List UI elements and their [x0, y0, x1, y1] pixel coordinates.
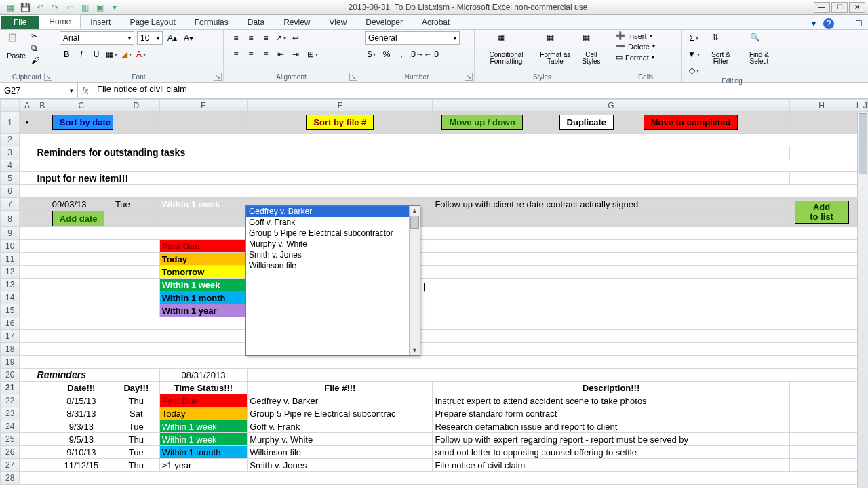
- qat-custom-3-icon[interactable]: ▣: [94, 1, 106, 14]
- row-header[interactable]: 26: [1, 446, 20, 459]
- align-left-icon[interactable]: ≡: [229, 47, 243, 61]
- cell-file[interactable]: Group 5 Pipe re Electrical subcontrac: [248, 407, 433, 420]
- cell-status[interactable]: >1 year: [159, 459, 248, 472]
- decrease-decimal-icon[interactable]: ←.0: [425, 47, 438, 61]
- decrease-indent-icon[interactable]: ⇤: [274, 47, 288, 61]
- close-button[interactable]: ✕: [849, 2, 865, 13]
- tab-acrobat[interactable]: Acrobat: [412, 16, 459, 29]
- copy-icon[interactable]: ⧉: [31, 43, 39, 53]
- cell-status[interactable]: Within 1 week: [159, 420, 248, 433]
- tab-data[interactable]: Data: [238, 16, 274, 29]
- duplicate-button[interactable]: Duplicate: [559, 115, 614, 130]
- row-header[interactable]: 21: [1, 382, 20, 394]
- minimize-button[interactable]: —: [814, 2, 830, 13]
- dropdown-option[interactable]: Goff v. Frank: [246, 217, 409, 228]
- insert-cells-button[interactable]: ➕Insert▾: [616, 31, 675, 40]
- increase-indent-icon[interactable]: ⇥: [289, 47, 302, 61]
- cell-description[interactable]: send out letter to opposing counsel offe…: [433, 446, 789, 459]
- row-header[interactable]: 13: [1, 279, 20, 291]
- tab-view[interactable]: View: [320, 16, 357, 29]
- row-header[interactable]: 23: [1, 407, 20, 420]
- scrollbar-thumb[interactable]: [859, 113, 867, 174]
- help-icon[interactable]: ?: [823, 18, 834, 29]
- qat-dropdown-icon[interactable]: ▾: [108, 1, 121, 14]
- dropdown-option[interactable]: Wilkinson file: [246, 260, 409, 271]
- row-header[interactable]: 12: [1, 266, 20, 279]
- clipboard-launcher[interactable]: ↘: [44, 73, 52, 81]
- input-day-cell[interactable]: Tue: [113, 198, 159, 211]
- fill-icon[interactable]: ▼: [687, 47, 701, 61]
- delete-cells-button[interactable]: ➖Delete▾: [616, 42, 675, 51]
- col-header-F[interactable]: F: [248, 100, 433, 112]
- cell-date[interactable]: 11/12/15: [50, 459, 113, 472]
- underline-button[interactable]: U: [90, 47, 103, 61]
- sort-by-file-button[interactable]: Sort by file #: [306, 115, 374, 130]
- table-row[interactable]: 238/31/13SatTodayGroup 5 Pipe re Electri…: [1, 407, 868, 420]
- conditional-formatting-button[interactable]: ▦Conditional Formatting: [480, 31, 532, 66]
- col-header-B[interactable]: B: [35, 100, 50, 112]
- cell-file[interactable]: Murphy v. White: [248, 433, 433, 446]
- cell-styles-button[interactable]: ▦Cell Styles: [578, 31, 604, 66]
- row-header[interactable]: 20: [1, 369, 20, 382]
- autosum-icon[interactable]: Σ: [687, 31, 701, 45]
- row-header[interactable]: 8: [1, 211, 20, 227]
- cell-file[interactable]: Gedfrey v. Barker: [248, 394, 433, 407]
- shrink-font-icon[interactable]: A▾: [182, 31, 195, 45]
- cell-description[interactable]: File notice of civil claim: [433, 459, 789, 472]
- column-headers[interactable]: A B C D E F G H I J: [1, 100, 868, 112]
- row-header[interactable]: 9: [1, 227, 20, 240]
- font-size-selector[interactable]: 10▾: [137, 31, 163, 45]
- row-header[interactable]: 1: [1, 112, 20, 134]
- cell-day[interactable]: Tue: [113, 446, 159, 459]
- select-all-corner[interactable]: [1, 100, 20, 112]
- dropdown-option[interactable]: Murphy v. White: [246, 239, 409, 249]
- input-status-cell[interactable]: Within 1 week: [159, 198, 248, 211]
- alignment-launcher[interactable]: ↘: [349, 73, 357, 81]
- font-color-button[interactable]: A: [134, 47, 148, 61]
- save-icon[interactable]: 💾: [19, 1, 31, 14]
- cell-description[interactable]: Follow up with expert regarding report -…: [433, 433, 789, 446]
- row-header[interactable]: 6: [1, 185, 20, 198]
- row-header[interactable]: 22: [1, 394, 20, 407]
- cell-date[interactable]: 9/10/13: [50, 446, 113, 459]
- worksheet-grid[interactable]: A B C D E F G H I J 1 ▪ Sort by date Sor…: [0, 99, 868, 488]
- cell-description[interactable]: Prepare standard form contract: [433, 407, 789, 420]
- qat-custom-1-icon[interactable]: ▭: [64, 1, 76, 14]
- dropdown-scroll-thumb[interactable]: [410, 216, 419, 229]
- bold-button[interactable]: B: [60, 47, 73, 61]
- grow-font-icon[interactable]: A▴: [165, 31, 179, 45]
- row-header[interactable]: 28: [1, 472, 20, 485]
- align-center-icon[interactable]: ≡: [244, 47, 258, 61]
- undo-icon[interactable]: ↶: [34, 1, 46, 14]
- cell-file[interactable]: Goff v. Frank: [248, 420, 433, 433]
- tab-formulas[interactable]: Formulas: [185, 16, 238, 29]
- cell-day[interactable]: Sat: [113, 407, 159, 420]
- cell-file[interactable]: Smith v. Jones: [248, 459, 433, 472]
- font-launcher[interactable]: ↘: [214, 73, 222, 81]
- row-header[interactable]: 17: [1, 330, 20, 343]
- tab-home[interactable]: Home: [39, 14, 81, 29]
- row-header[interactable]: 15: [1, 304, 20, 317]
- vertical-scrollbar[interactable]: [857, 112, 868, 488]
- col-header-A[interactable]: A: [20, 100, 35, 112]
- move-up-down-button[interactable]: Move up / down: [441, 115, 523, 130]
- row-header[interactable]: 2: [1, 134, 20, 146]
- align-right-icon[interactable]: ≡: [259, 47, 273, 61]
- cell-date[interactable]: 9/3/13: [50, 420, 113, 433]
- row-header[interactable]: 27: [1, 459, 20, 472]
- col-header-D[interactable]: D: [113, 100, 159, 112]
- input-date-cell[interactable]: 09/03/13: [50, 198, 113, 211]
- align-middle-icon[interactable]: ≡: [244, 31, 258, 45]
- cell-description[interactable]: Instruct expert to attend accident scene…: [433, 394, 789, 407]
- find-select-button[interactable]: 🔍Find & Select: [741, 31, 777, 66]
- move-to-completed-button[interactable]: Move to completed: [644, 115, 738, 130]
- col-header-I[interactable]: I: [854, 100, 861, 112]
- row-header[interactable]: 14: [1, 291, 20, 304]
- format-cells-button[interactable]: ▭Format▾: [616, 53, 675, 62]
- dropdown-scrollbar[interactable]: ▲ ▼: [409, 206, 420, 355]
- tab-page-layout[interactable]: Page Layout: [120, 16, 184, 29]
- row-header[interactable]: 11: [1, 253, 20, 266]
- col-header-C[interactable]: C: [50, 100, 113, 112]
- tab-insert[interactable]: Insert: [81, 16, 120, 29]
- col-header-E[interactable]: E: [159, 100, 248, 112]
